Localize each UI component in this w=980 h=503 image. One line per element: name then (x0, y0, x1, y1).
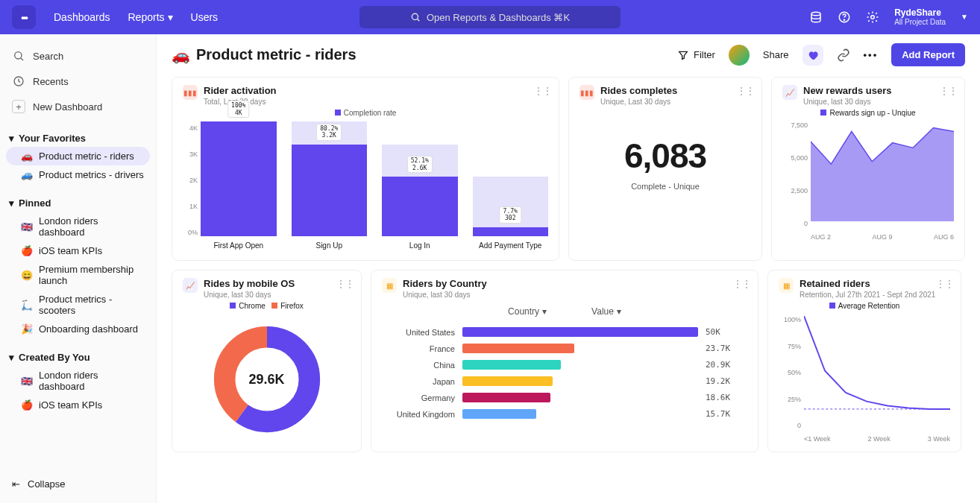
card-menu[interactable]: ⋮⋮ (732, 278, 750, 290)
nav-dashboards[interactable]: Dashboards (54, 11, 110, 23)
sidebar-recents[interactable]: Recents (0, 69, 156, 94)
data-icon[interactable] (809, 10, 823, 24)
avatar[interactable] (729, 45, 750, 66)
main-content: 🚗Product metric - riders Filter Share ••… (157, 34, 980, 503)
sidebar-item[interactable]: 😄Premium membership launch (0, 260, 156, 290)
card-retained-riders: ▦ Retained riders Retention, Jul 27th 20… (767, 270, 961, 452)
bar-chart-icon: ▮▮▮ (579, 85, 594, 100)
country-dropdown[interactable]: Country▾ (508, 306, 547, 317)
help-icon[interactable] (838, 10, 851, 24)
chevron-down-icon: ▾ (542, 306, 547, 317)
bar-chart-icon: ▮▮▮ (183, 85, 198, 100)
favorite-button[interactable] (802, 45, 823, 66)
emoji-icon: 🛴 (21, 300, 33, 311)
sidebar-item[interactable]: 🍎iOS team KPIs (0, 241, 156, 260)
card-title: New rewards users (803, 85, 892, 96)
chevron-down-icon: ▾ (9, 352, 14, 363)
favorites-header[interactable]: ▾Your Favorites (0, 130, 156, 147)
country-row: Japan19.2K (391, 376, 738, 386)
emoji-icon: 🎉 (21, 323, 33, 335)
emoji-icon: 🚙 (21, 169, 33, 180)
gear-icon[interactable] (866, 10, 879, 24)
card-title: Riders by Country (403, 278, 487, 289)
created-header[interactable]: ▾Created By You (0, 349, 156, 366)
chart-legend: Chrome Firefox (183, 302, 351, 310)
grid-icon: ▦ (779, 278, 794, 293)
search-icon (12, 49, 25, 63)
plus-icon: + (12, 100, 25, 113)
emoji-icon: 🍎 (21, 245, 33, 256)
card-rides-completes: ▮▮▮ Rides completes Unique, Last 30 days… (568, 77, 762, 261)
svg-line-1 (418, 19, 420, 22)
card-subtitle: Unique, Last 30 days (600, 98, 677, 106)
emoji-icon: 🇬🇧 (21, 376, 33, 387)
card-rides-by-os: 📈 Rides by mobile OS Unique, last 30 day… (172, 270, 362, 452)
svg-point-5 (871, 16, 875, 19)
share-button[interactable]: Share (763, 49, 789, 60)
sidebar-item[interactable]: 🇬🇧London riders dashboard (0, 366, 156, 396)
chevron-down-icon: ▾ (9, 197, 14, 209)
funnel-bar: 7.7%302 Add Payment Type (473, 121, 549, 236)
card-menu[interactable]: ⋮⋮ (935, 278, 953, 290)
value-dropdown[interactable]: Value▾ (591, 306, 621, 317)
sidebar-item[interactable]: 🚙Product metrics - drivers (0, 165, 156, 184)
donut-center-value: 29.6K (248, 372, 284, 387)
card-title: Retained riders (800, 278, 935, 289)
country-row: China20.9K (391, 360, 738, 370)
emoji-icon: 🍎 (21, 399, 33, 411)
svg-point-4 (844, 19, 845, 20)
country-row: United Kingdom15.7K (391, 409, 738, 419)
search-icon (410, 12, 421, 22)
card-menu[interactable]: ⋮⋮ (736, 85, 754, 97)
card-title: Rides by mobile OS (204, 278, 295, 289)
card-subtitle: Unique, last 30 days (204, 291, 295, 299)
metric-label: Complete - Unique (579, 182, 751, 191)
card-menu[interactable]: ⋮⋮ (533, 85, 551, 97)
clock-icon (12, 75, 25, 88)
new-dashboard-button[interactable]: + New Dashboard (0, 94, 156, 119)
nav-reports[interactable]: Reports▾ (128, 11, 173, 23)
card-subtitle: Unique, last 30 days (803, 98, 892, 106)
card-menu[interactable]: ⋮⋮ (336, 278, 354, 290)
funnel-bar: 52.1%2.6K Log In (382, 121, 458, 236)
search-placeholder: Open Reports & Dashboards ⌘K (427, 12, 570, 23)
sidebar-item[interactable]: 🎉Onboarding dashboard (0, 320, 156, 338)
link-icon[interactable] (837, 48, 850, 62)
sidebar-search[interactable]: Search (0, 43, 156, 69)
sidebar-item[interactable]: 🇬🇧London riders dashboard (0, 212, 156, 241)
svg-point-2 (811, 12, 820, 16)
funnel-bar: 80.2%3.2K Sign Up (292, 121, 368, 236)
page-title: 🚗Product metric - riders (172, 46, 356, 64)
card-title: Rider activation (204, 85, 277, 96)
country-row: France23.7K (391, 344, 738, 353)
svg-line-7 (21, 58, 23, 60)
add-report-button[interactable]: Add Report (891, 43, 965, 66)
card-subtitle: Unique, last 30 days (403, 291, 487, 299)
funnel-bar: 100%4K First App Open (201, 121, 277, 236)
chevron-down-icon: ▾ (617, 306, 621, 317)
account-menu[interactable]: RydeShare All Project Data (894, 7, 946, 27)
card-rider-activation: ▮▮▮ Rider activation Total, Last 30 days… (172, 77, 559, 261)
card-title: Rides completes (600, 85, 677, 96)
emoji-icon: 🇬🇧 (21, 221, 33, 232)
chevron-down-icon: ▾ (9, 133, 14, 144)
chart-legend: Rewards sign up - Unqiue (782, 109, 954, 117)
sidebar-item[interactable]: 🍎iOS team KPIs (0, 396, 156, 414)
nav-users[interactable]: Users (191, 11, 219, 23)
card-menu[interactable]: ⋮⋮ (939, 85, 957, 97)
metric-value: 6,083 (579, 136, 751, 176)
app-logo[interactable]: ••• (12, 5, 36, 29)
chevron-down-icon: ▾ (168, 11, 173, 23)
chevron-down-icon[interactable]: ▼ (961, 13, 968, 21)
country-row: Germany18.6K (391, 393, 738, 402)
sidebar-item[interactable]: 🚗Product metric - riders (6, 147, 150, 165)
line-chart-icon: 📈 (183, 278, 198, 293)
sidebar-item[interactable]: 🛴Product metrics - scooters (0, 290, 156, 320)
filter-button[interactable]: Filter (677, 49, 715, 61)
collapse-sidebar[interactable]: ⇤ Collapse (0, 472, 156, 496)
global-search[interactable]: Open Reports & Dashboards ⌘K (359, 6, 621, 28)
more-icon[interactable]: ••• (864, 49, 879, 60)
pinned-header[interactable]: ▾Pinned (0, 194, 156, 212)
grid-icon: ▦ (382, 278, 397, 293)
line-chart-icon: 📈 (782, 85, 797, 100)
